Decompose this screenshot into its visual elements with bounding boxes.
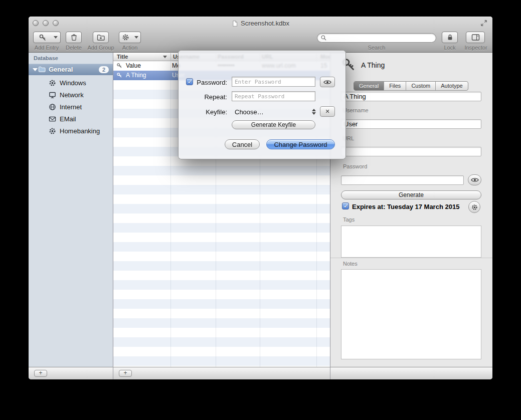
notes-field[interactable] [341,269,481,359]
sort-indicator-icon [163,56,167,58]
delete-button[interactable] [66,32,82,43]
sidebar-item-label: Windows [60,79,86,87]
change-password-button[interactable]: Change Password [266,139,335,149]
key-icon [116,72,122,78]
title-field[interactable] [341,92,481,101]
gear-icon [471,204,478,211]
lock-icon [446,34,454,41]
gear-icon [122,34,129,41]
column-divider[interactable] [170,53,171,60]
popover-repeat-label: Repeat: [194,93,227,101]
add-entry-plus-button[interactable]: + [119,370,132,377]
entry-count-badge: 2 [99,66,109,73]
section-divider [330,258,492,258]
add-entry-menu-button[interactable] [51,32,61,43]
change-password-popover: Password: Repeat: Keyfile: Choose… Gener… [178,50,346,159]
sidebar-item-email[interactable]: EMail [29,113,113,124]
column-header-title[interactable]: Title [117,54,128,60]
gear-icon [49,79,56,87]
notes-label: Notes [343,261,358,267]
add-group-button[interactable] [93,32,109,43]
action-menu-button[interactable] [132,32,141,43]
search-icon [320,35,327,41]
password-checkbox[interactable] [186,78,193,85]
chevron-down-icon [134,36,138,39]
disclosure-triangle-icon[interactable] [33,68,38,71]
clear-keyfile-button[interactable] [320,106,335,117]
key-icon [39,34,47,42]
eye-icon [323,80,331,85]
add-entry-button[interactable] [33,32,52,43]
inspector-panel-icon [471,34,480,41]
generate-password-button[interactable]: Generate [341,190,481,199]
app-window: Screenshot.kdbx Add Entry Delete [29,17,492,379]
url-field[interactable] [341,147,481,156]
sidebar-item-network[interactable]: Network [29,89,113,100]
sidebar-item-label: Homebanking [60,127,100,135]
add-group-plus-button[interactable]: + [34,370,47,377]
popover-password-label: Password: [194,79,227,86]
inspector-panel: A Thing General Files Custom Autotype Us… [330,53,492,367]
column-divider [170,61,171,367]
tab-autotype[interactable]: Autotype [436,82,467,90]
expires-checkbox[interactable] [342,202,349,209]
search-label: Search [359,45,395,51]
cell-title: A Thing [126,71,146,80]
eye-icon [471,177,479,182]
username-field[interactable] [341,119,481,129]
document-icon [232,20,238,27]
envelope-icon [49,115,56,123]
chevron-down-icon [54,36,58,39]
expires-label: Expires at: Tuesday 17 March 2015 [352,203,459,211]
inspector-entry-title: A Thing [361,61,385,69]
key-icon [116,63,122,69]
expiry-settings-button[interactable] [468,201,480,213]
folder-icon [38,66,46,73]
popover-keyfile-label: Keyfile: [194,108,227,116]
sidebar-item-internet[interactable]: Internet [29,101,113,112]
desktop-background: Screenshot.kdbx Add Entry Delete [0,0,521,420]
tab-general[interactable]: General [354,82,384,90]
keyfile-popup-button[interactable]: Choose… [235,108,264,116]
tags-label: Tags [343,217,355,223]
tab-custom[interactable]: Custom [406,82,436,90]
sidebar-group-general[interactable]: General 2 [29,64,113,75]
popover-repeat-input[interactable] [232,91,315,101]
cancel-button[interactable]: Cancel [225,139,260,149]
inspector-label: Inspector [458,45,494,51]
generate-keyfile-button[interactable]: Generate Keyfile [232,120,315,129]
search-field[interactable] [317,33,436,43]
tab-files[interactable]: Files [384,82,406,90]
action-button[interactable] [119,32,132,43]
sidebar-section-header: Database [34,55,58,61]
lock-button[interactable] [442,32,458,43]
fullscreen-icon[interactable] [480,20,487,27]
pane-divider[interactable] [113,53,113,379]
password-label: Password [343,163,367,169]
sidebar-item-label: Network [60,91,84,99]
folder-plus-icon [97,34,105,42]
sidebar-item-homebanking[interactable]: Homebanking [29,125,113,136]
sidebar-item-label: EMail [60,115,76,123]
popover-password-input[interactable] [232,77,315,87]
trash-icon [70,34,78,41]
username-label: Username [343,107,369,113]
search-input[interactable] [327,35,436,42]
gear-icon [49,127,56,135]
window-title-wrap: Screenshot.kdbx [29,20,492,27]
tags-field[interactable] [341,226,481,258]
sidebar: Database General 2 Windows [29,53,113,367]
sidebar-item-windows[interactable]: Windows [29,77,113,88]
cell-title: Value [126,61,141,71]
inspector-toggle-button[interactable] [466,32,485,43]
action-label: Action [112,45,148,51]
popover-reveal-password-button[interactable] [320,77,335,87]
globe-icon [49,103,56,111]
display-icon [49,91,56,99]
reveal-password-button[interactable] [468,174,481,185]
password-field[interactable] [341,175,464,185]
window-title: Screenshot.kdbx [241,20,289,27]
title-bar: Screenshot.kdbx Add Entry Delete [29,17,492,53]
sidebar-group-label: General [49,66,73,73]
popup-stepper-icon[interactable] [312,109,316,115]
